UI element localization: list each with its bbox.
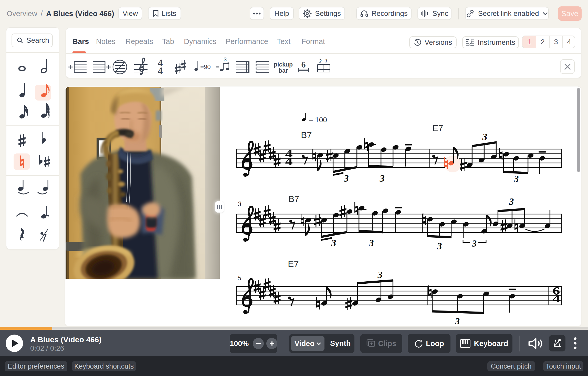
- svg-text:3: 3: [369, 238, 374, 248]
- svg-text:3: 3: [344, 173, 349, 184]
- svg-text:3: 3: [514, 173, 519, 184]
- svg-text:bar: bar: [279, 67, 288, 74]
- svg-text:3: 3: [482, 131, 487, 142]
- svg-text:E7: E7: [288, 259, 299, 269]
- svg-text:6: 6: [301, 60, 306, 69]
- svg-text:3: 3: [238, 200, 241, 207]
- svg-text:=90: =90: [200, 63, 211, 70]
- svg-text:=: =: [216, 63, 219, 70]
- svg-text:5: 5: [238, 274, 241, 282]
- svg-text:3: 3: [472, 238, 477, 249]
- svg-text:4: 4: [158, 65, 163, 76]
- svg-text:3: 3: [455, 316, 460, 326]
- svg-text:E7: E7: [432, 123, 443, 133]
- svg-text:= 100: = 100: [309, 116, 327, 124]
- svg-text:3: 3: [377, 269, 383, 280]
- svg-text:2: 2: [318, 58, 321, 64]
- svg-text:3: 3: [437, 241, 442, 251]
- svg-text:3: 3: [331, 238, 336, 248]
- svg-text:4: 4: [552, 292, 560, 305]
- svg-text:1: 1: [325, 58, 328, 63]
- svg-text:B7: B7: [301, 130, 312, 140]
- svg-text:3: 3: [224, 56, 227, 63]
- svg-text:3: 3: [509, 196, 514, 207]
- svg-text:4: 4: [285, 155, 292, 167]
- svg-text:B7: B7: [288, 194, 299, 204]
- svg-text:pickup: pickup: [274, 61, 293, 68]
- svg-text:3: 3: [380, 173, 385, 184]
